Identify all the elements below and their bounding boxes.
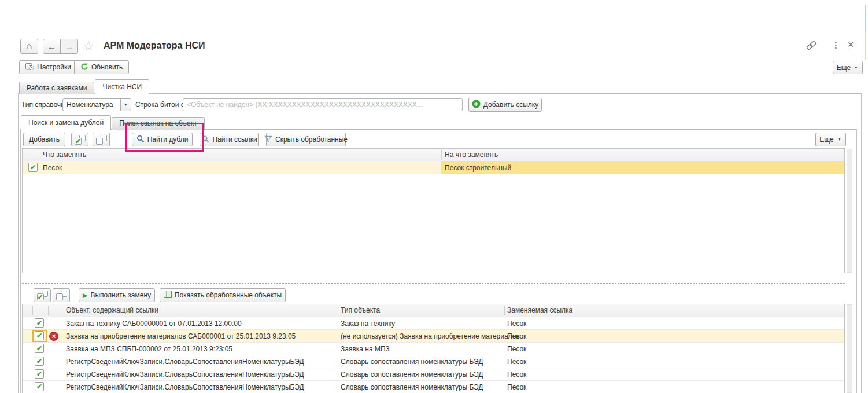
find-links-label: Найти ссылки xyxy=(212,135,257,144)
row-checkbox[interactable]: ✔ xyxy=(35,318,44,328)
table-row[interactable]: ✔ Заявка на МПЗ СПБП-000002 от 25.01.201… xyxy=(23,343,844,355)
close-icon[interactable]: × xyxy=(848,39,854,51)
cell-object[interactable]: РегистрСведенийКлючЗаписи.СловарьСопоста… xyxy=(66,358,304,366)
cell-type[interactable]: (не используется) Заявка на приобретение… xyxy=(341,332,520,340)
list-more-button[interactable]: Еще ▼ xyxy=(815,133,846,146)
cell-link[interactable]: Песок xyxy=(507,345,526,353)
column-divider xyxy=(32,306,33,315)
column-divider xyxy=(39,150,39,160)
forward-button[interactable]: → xyxy=(60,39,78,54)
tab-chistka-nsi[interactable]: Чистка НСИ xyxy=(95,79,149,94)
cell-link[interactable]: Песок xyxy=(507,332,526,340)
combobox-dropdown-button[interactable]: ▼ xyxy=(120,99,131,111)
column-header-with[interactable]: На что заменять xyxy=(445,150,498,159)
settings-label: Настройки xyxy=(37,63,71,71)
column-divider xyxy=(48,306,49,315)
row-checkbox[interactable]: ✔ xyxy=(35,344,44,353)
uncheck-all-button-2[interactable] xyxy=(53,288,70,302)
add-row-button[interactable]: Добавить xyxy=(23,133,65,146)
favorite-star-icon[interactable]: ☆ xyxy=(83,38,95,53)
page-title: АРМ Модератора НСИ xyxy=(104,41,205,51)
cell-type[interactable]: Словарь сопоставления номенклатуры БЭД xyxy=(341,370,483,379)
column-divider xyxy=(504,306,505,315)
tab-label: Поиск и замена дублей xyxy=(28,117,104,129)
play-icon: ▶ xyxy=(83,292,87,299)
refresh-label: Обновить xyxy=(91,63,123,71)
find-links-button[interactable]: Найти ссылки xyxy=(200,133,259,146)
screen-edge-artifact-blue xyxy=(865,5,866,32)
duplicates-table: Что заменять На что заменять ✔ Песок Пес… xyxy=(22,148,845,273)
row-checkbox[interactable]: ✔ xyxy=(35,369,44,379)
cell-link[interactable]: Песок xyxy=(507,370,526,379)
cell-type[interactable]: Словарь сопоставления номенклатуры БЭД xyxy=(341,358,483,366)
screen-edge-artifact-yellow xyxy=(865,32,866,60)
form-more-button[interactable]: Еще ▼ xyxy=(833,61,863,74)
settings-button[interactable]: Настройки xyxy=(19,60,77,74)
uncheck-all-icon xyxy=(56,291,67,300)
column-header-what[interactable]: Что заменять xyxy=(43,150,86,159)
table-row[interactable]: ✔ РегистрСведенийКлючЗаписи.СловарьСопос… xyxy=(23,368,844,381)
catalog-type-combobox[interactable]: Номенклатура ▼ xyxy=(62,98,131,111)
table-row[interactable]: ✔ Песок Песок строительный xyxy=(23,161,844,174)
row-checkbox[interactable]: ✔ xyxy=(35,331,44,340)
chevron-down-icon: ▼ xyxy=(124,103,127,107)
get-link-icon[interactable] xyxy=(806,41,817,52)
check-all-button[interactable]: ✔ xyxy=(71,133,88,146)
check-all-button-2[interactable]: ✔ xyxy=(34,288,51,302)
table-row-selected[interactable]: ✔ × Заявка на приобретение материалов СА… xyxy=(23,330,844,343)
execute-replace-label: Выполнить замену xyxy=(90,291,151,299)
catalog-type-value: Номенклатура xyxy=(63,101,120,109)
column-divider xyxy=(338,306,338,315)
uncheck-all-button[interactable] xyxy=(93,133,110,146)
row-checkbox[interactable]: ✔ xyxy=(28,163,38,172)
menu-dots-icon[interactable]: ⋮ xyxy=(832,40,840,50)
table-row[interactable]: ✔ РегистрСведенийКлючЗаписи.СловарьСопос… xyxy=(23,381,844,393)
cell-object[interactable]: РегистрСведенийКлючЗаписи.СловарьСопоста… xyxy=(66,383,304,391)
column-divider xyxy=(441,150,442,160)
execute-replace-button[interactable]: ▶ Выполнить замену xyxy=(79,288,155,302)
column-header-object[interactable]: Объект, содержащий ссылки xyxy=(66,306,158,314)
duplicates-table-scrollbar[interactable] xyxy=(847,149,852,273)
cell-link[interactable]: Песок xyxy=(507,383,526,391)
uncheck-all-icon xyxy=(96,135,107,145)
forward-arrow-icon: → xyxy=(65,42,73,52)
form-more-label: Еще xyxy=(837,64,851,72)
show-processed-button[interactable]: Показать обработанные объекты xyxy=(160,288,286,302)
row-checkbox[interactable]: ✔ xyxy=(35,357,44,366)
table-row[interactable]: ✔ Заказ на технику САБ00000001 от 07.01.… xyxy=(23,317,844,330)
show-processed-label: Показать обработанные объекты xyxy=(175,291,282,299)
back-button[interactable]: ← xyxy=(43,39,61,54)
annotation-highlight-box xyxy=(125,123,204,152)
references-table-scrollbar[interactable] xyxy=(847,304,852,393)
hide-processed-label: Скрыть обработанные xyxy=(275,135,348,144)
refresh-icon xyxy=(80,63,88,72)
cell-object[interactable]: РегистрСведенийКлючЗаписи.СловарьСопоста… xyxy=(66,370,304,379)
cell-link[interactable]: Песок xyxy=(507,319,526,328)
home-button[interactable]: ⌂ xyxy=(20,39,38,54)
tab-poisk-i-zamena-dubley[interactable]: Поиск и замена дублей xyxy=(21,115,111,130)
broken-link-input[interactable] xyxy=(183,98,463,111)
main-tab-bar: Работа с заявками Чистка НСИ xyxy=(19,79,150,94)
cell-type[interactable]: Словарь сопоставления номенклатуры БЭД xyxy=(341,383,483,391)
add-link-button[interactable]: Добавить ссылку xyxy=(468,98,542,112)
cell-type[interactable]: Заказ на технику xyxy=(341,319,395,328)
cell-link[interactable]: Песок xyxy=(507,358,526,366)
cell-object[interactable]: Заявка на МПЗ СПБП-000002 от 25.01.2013 … xyxy=(66,345,232,353)
add-row-label: Добавить xyxy=(29,135,60,144)
check-all-icon: ✔ xyxy=(75,135,86,145)
cell-type[interactable]: Заявка на МПЗ xyxy=(341,345,390,353)
home-icon: ⌂ xyxy=(26,41,32,52)
table-row[interactable]: ✔ РегистрСведенийКлючЗаписи.СловарьСопос… xyxy=(23,355,844,368)
refresh-button[interactable]: Обновить xyxy=(74,60,129,74)
column-header-type[interactable]: Тип объекта xyxy=(341,306,380,314)
cell-object[interactable]: Заявка на приобретение материалов САБ000… xyxy=(66,332,296,340)
cell-object[interactable]: Заказ на технику САБ00000001 от 07.01.20… xyxy=(66,319,242,328)
row-checkbox[interactable]: ✔ xyxy=(35,382,44,391)
cell-with[interactable]: Песок строительный xyxy=(445,164,511,172)
cell-what[interactable]: Песок xyxy=(43,164,62,172)
splitter-handle[interactable] xyxy=(22,283,845,284)
tab-rabota-s-zayavkami[interactable]: Работа с заявками xyxy=(19,82,94,94)
column-header-link[interactable]: Заменяемая ссылка xyxy=(507,306,572,314)
hide-processed-button[interactable]: Скрыть обработанные xyxy=(266,133,346,146)
references-table: Объект, содержащий ссылки Тип объекта За… xyxy=(22,304,845,393)
